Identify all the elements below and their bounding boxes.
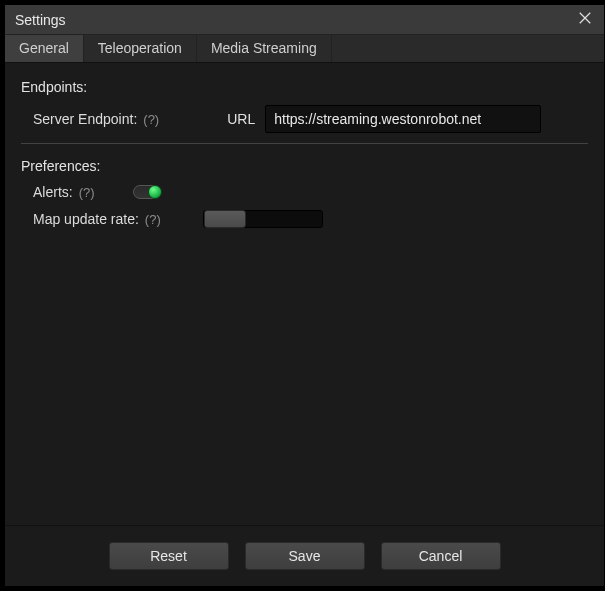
- close-button[interactable]: [576, 11, 594, 29]
- tab-media-streaming[interactable]: Media Streaming: [197, 35, 332, 62]
- server-endpoint-help[interactable]: (?): [143, 112, 159, 127]
- preferences-heading: Preferences:: [21, 158, 588, 174]
- slider-thumb-icon: [204, 210, 246, 228]
- map-update-help[interactable]: (?): [145, 212, 161, 227]
- map-update-label: Map update rate:: [33, 211, 139, 227]
- alerts-help[interactable]: (?): [79, 185, 95, 200]
- save-button[interactable]: Save: [245, 542, 365, 570]
- toggle-knob-icon: [148, 185, 162, 199]
- alerts-label: Alerts:: [33, 184, 73, 200]
- tabs: General Teleoperation Media Streaming: [5, 35, 604, 63]
- tab-general[interactable]: General: [5, 35, 84, 62]
- map-update-row: Map update rate: (?): [21, 210, 588, 228]
- settings-window: Settings General Teleoperation Media Str…: [4, 4, 605, 587]
- server-endpoint-row: Server Endpoint: (?) URL: [21, 105, 588, 133]
- titlebar: Settings: [5, 5, 604, 35]
- server-endpoint-label: Server Endpoint:: [33, 111, 137, 127]
- alerts-row: Alerts: (?): [21, 184, 588, 200]
- tab-teleoperation[interactable]: Teleoperation: [84, 35, 197, 62]
- cancel-button[interactable]: Cancel: [381, 542, 501, 570]
- dialog-buttons: Reset Save Cancel: [5, 525, 604, 586]
- window-title: Settings: [15, 12, 66, 28]
- reset-button[interactable]: Reset: [109, 542, 229, 570]
- tab-content: Endpoints: Server Endpoint: (?) URL Pref…: [5, 63, 604, 501]
- alerts-toggle[interactable]: [133, 185, 161, 199]
- url-label: URL: [227, 111, 255, 127]
- close-icon: [578, 11, 592, 28]
- endpoints-heading: Endpoints:: [21, 79, 588, 95]
- server-endpoint-input[interactable]: [265, 105, 541, 133]
- divider: [21, 143, 588, 144]
- map-update-slider[interactable]: [203, 210, 323, 228]
